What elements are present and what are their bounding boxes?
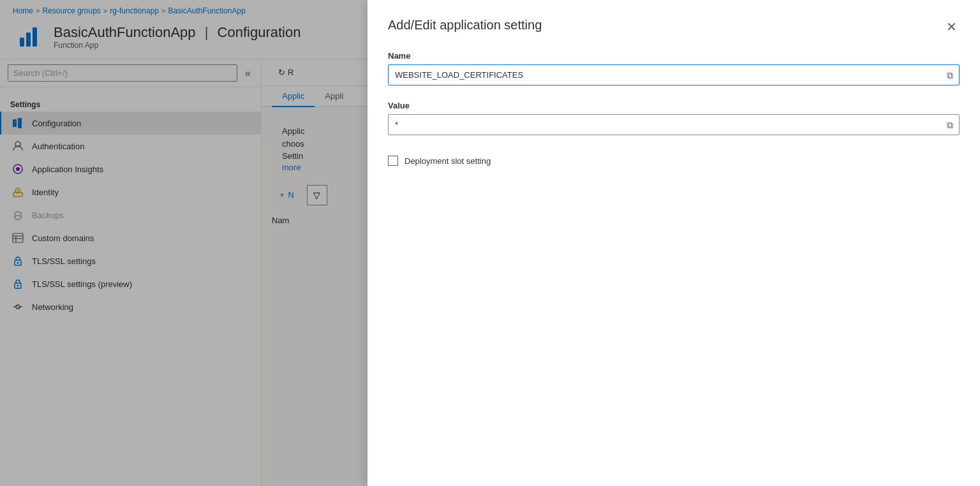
value-copy-icon[interactable]: ⧉ xyxy=(947,119,953,130)
name-label: Name xyxy=(388,51,960,61)
deployment-slot-checkbox[interactable] xyxy=(388,156,398,166)
value-input-wrapper: ⧉ xyxy=(388,114,960,135)
deployment-slot-label: Deployment slot setting xyxy=(405,156,491,166)
name-copy-icon[interactable]: ⧉ xyxy=(947,70,953,80)
name-form-group: Name ⧉ xyxy=(388,51,960,85)
name-input-wrapper: ⧉ xyxy=(388,64,960,85)
value-form-group: Value ⧉ xyxy=(388,101,960,135)
panel-close-button[interactable]: ✕ xyxy=(944,18,960,36)
panel-header: Add/Edit application setting ✕ xyxy=(388,18,960,36)
value-label: Value xyxy=(388,101,960,110)
value-input[interactable] xyxy=(388,114,960,135)
name-input[interactable] xyxy=(388,64,960,85)
deployment-slot-row: Deployment slot setting xyxy=(388,156,960,166)
add-edit-panel: Add/Edit application setting ✕ Name ⧉ Va… xyxy=(368,0,980,486)
panel-title: Add/Edit application setting xyxy=(388,18,542,33)
overlay: Add/Edit application setting ✕ Name ⧉ Va… xyxy=(0,0,980,486)
